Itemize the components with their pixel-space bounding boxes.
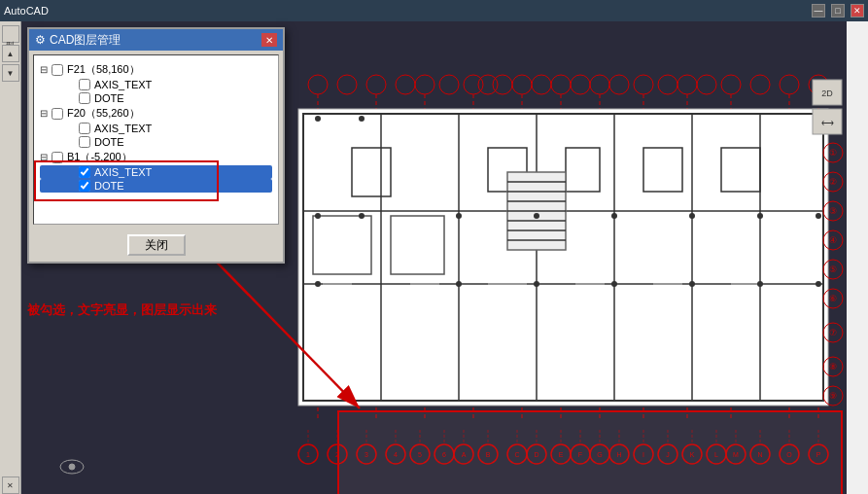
title-bar-left: AutoCAD [4,5,49,17]
app-window: AutoCAD — □ ✕ 型 ▲ ▼ ✕ [0,0,868,494]
label-axis-text-f20: AXIS_TEXT [94,123,152,134]
expand-icon-f21: ⊟ [40,64,52,75]
maximize-button[interactable]: □ [831,4,845,18]
close-dialog-button[interactable]: 关闭 [127,234,186,256]
svg-point-83 [816,281,821,287]
svg-point-78 [456,281,462,287]
layer-axis-text-b1[interactable]: AXIS_TEXT [40,165,272,179]
svg-text:1: 1 [306,451,310,458]
checkbox-dote-b1[interactable] [79,180,90,192]
layer-group-f21[interactable]: ⊟ F21（58,160） [40,61,272,78]
svg-point-68 [359,116,365,122]
svg-text:⑦: ⑦ [829,328,837,337]
svg-point-79 [534,281,539,287]
svg-point-71 [456,213,462,219]
checkbox-f21[interactable] [52,64,63,76]
dialog-title-text: CAD图层管理 [50,32,121,49]
app-title: AutoCAD [4,5,49,17]
dialog-cad-icon: ⚙ [35,33,46,47]
sidebar-type-button[interactable]: 型 [2,25,19,43]
svg-point-70 [359,213,365,219]
svg-point-73 [611,213,617,219]
svg-text:⑤: ⑤ [829,265,837,274]
highlight-rect [337,410,843,494]
dialog-close-button[interactable]: ✕ [261,33,277,47]
svg-point-76 [816,213,821,219]
svg-point-80 [611,281,617,287]
dialog-title-bar[interactable]: ⚙ CAD图层管理 ✕ [29,29,283,51]
checkbox-axis-text-f21[interactable] [79,79,90,90]
layer-label-b1: B1（-5,200） [67,150,132,164]
layer-group-b1[interactable]: ⊟ B1（-5,200） [40,149,272,165]
dialog-footer: 关闭 [29,229,283,262]
svg-point-74 [689,213,695,219]
layer-dote-f20[interactable]: DOTE [40,135,272,149]
svg-point-169 [69,464,75,470]
svg-text:⑨: ⑨ [829,391,837,401]
svg-text:⟷: ⟷ [821,118,834,127]
close-window-button[interactable]: ✕ [851,4,864,18]
annotation-text: 被勾选，文字亮显，图层显示出来 [27,301,217,319]
layer-group-f20[interactable]: ⊟ F20（55,260） [40,105,272,122]
layer-axis-text-f21[interactable]: AXIS_TEXT [40,78,272,91]
label-axis-text-f21: AXIS_TEXT [94,79,152,90]
svg-text:③: ③ [829,206,837,216]
sidebar-close-button[interactable]: ✕ [2,476,19,494]
label-dote-f21: DOTE [94,92,124,104]
svg-point-82 [757,281,763,287]
layer-label-f21: F21（58,160） [67,62,140,77]
layer-tree: ⊟ F21（58,160） AXIS_TEXT DOTE ⊟ F20（55,26… [33,54,279,225]
layer-manager-dialog: ⚙ CAD图层管理 ✕ ⊟ F21（58,160） AXIS_TEXT DOTE [27,27,285,264]
expand-icon-f20: ⊟ [40,108,52,119]
layer-dote-f21[interactable]: DOTE [40,91,272,105]
svg-point-69 [315,213,321,219]
checkbox-f20[interactable] [52,108,63,120]
sidebar-down-button[interactable]: ▼ [2,64,19,82]
checkbox-axis-text-b1[interactable] [79,166,90,178]
checkbox-dote-f20[interactable] [79,136,90,148]
dialog-title-left: ⚙ CAD图层管理 [35,32,121,49]
checkbox-axis-text-f20[interactable] [79,123,90,134]
title-bar-right: — □ ✕ [812,4,864,18]
svg-text:④: ④ [829,235,837,245]
svg-point-72 [534,213,539,219]
svg-text:②: ② [829,177,837,187]
svg-rect-36 [298,109,828,406]
layer-label-f20: F20（55,260） [67,106,140,121]
left-sidebar: 型 ▲ ▼ ✕ [0,21,21,494]
svg-text:⑥: ⑥ [829,294,837,303]
label-axis-text-b1: AXIS_TEXT [94,166,152,178]
label-dote-b1: DOTE [94,180,124,192]
sidebar-up-button[interactable]: ▲ [2,45,19,62]
svg-point-77 [315,281,321,287]
svg-point-75 [757,213,763,219]
svg-text:①: ① [829,148,837,158]
minimize-button[interactable]: — [812,4,825,18]
expand-icon-b1: ⊟ [40,152,52,162]
layer-dote-b1[interactable]: DOTE [40,179,272,193]
svg-text:2D: 2D [821,88,833,98]
layer-axis-text-f20[interactable]: AXIS_TEXT [40,122,272,135]
svg-point-81 [689,281,695,287]
label-dote-f20: DOTE [94,136,124,148]
svg-text:⑧: ⑧ [829,362,837,371]
svg-point-67 [315,116,321,122]
checkbox-dote-f21[interactable] [79,92,90,104]
checkbox-b1[interactable] [52,152,63,163]
title-bar: AutoCAD — □ ✕ [0,0,868,21]
